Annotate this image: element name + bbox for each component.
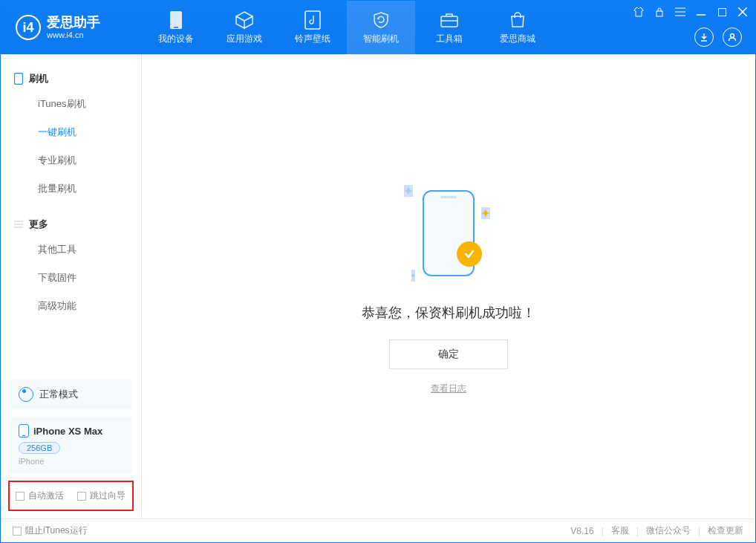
- device-box[interactable]: iPhone XS Max 256GB iPhone: [10, 417, 132, 473]
- sidebar-section-title: 刷机: [29, 72, 48, 85]
- nav-tab-label: 工具箱: [436, 33, 463, 45]
- sparkle-icon: •: [411, 270, 415, 282]
- app-window: i4 爱思助手 www.i4.cn 我的设备 应用游戏: [0, 0, 756, 543]
- separator: |: [602, 526, 604, 536]
- titlebar-controls: [633, 7, 748, 17]
- check-badge-icon: [457, 241, 482, 267]
- success-message: 恭喜您，保资料刷机成功啦！: [362, 304, 535, 322]
- tshirt-icon[interactable]: [633, 7, 644, 17]
- device-icon: [14, 73, 23, 85]
- download-icon[interactable]: [694, 27, 714, 47]
- svg-rect-3: [441, 16, 457, 27]
- nav-tab-ringtones[interactable]: 铃声壁纸: [278, 1, 347, 54]
- nav-tab-label: 爱思商城: [500, 33, 535, 45]
- header-right-icons: [694, 27, 742, 47]
- view-log-link[interactable]: 查看日志: [431, 383, 466, 395]
- svg-rect-14: [15, 74, 23, 85]
- svg-rect-1: [174, 27, 178, 28]
- device-line: iPhone XS Max: [19, 424, 123, 438]
- logo-area: i4 爱思助手 www.i4.cn: [1, 15, 142, 40]
- refresh-shield-icon: [371, 10, 391, 30]
- main-content: ✦ ✦ • 恭喜您，保资料刷机成功啦！ 确定 查看日志: [142, 54, 755, 518]
- bag-icon: [508, 10, 527, 30]
- checkbox-label: 自动激活: [28, 490, 64, 502]
- music-file-icon: [303, 10, 322, 30]
- sidebar-section-flash: 刷机: [1, 68, 141, 90]
- confirm-button[interactable]: 确定: [389, 339, 508, 369]
- sidebar-section-title: 更多: [29, 218, 48, 231]
- checkbox-icon: [13, 527, 22, 536]
- app-title: 爱思助手: [47, 16, 100, 30]
- nav-tab-store[interactable]: 爱思商城: [483, 1, 552, 54]
- mode-label: 正常模式: [39, 388, 78, 401]
- nav-tab-label: 铃声壁纸: [295, 33, 330, 45]
- checkbox-auto-activate[interactable]: 自动激活: [16, 490, 64, 502]
- sidebar-item-batch-flash[interactable]: 批量刷机: [1, 175, 141, 203]
- nav-tab-label: 我的设备: [158, 33, 194, 45]
- separator: |: [636, 526, 639, 536]
- footer-link-support[interactable]: 客服: [611, 524, 629, 537]
- checkbox-label: 阻止iTunes运行: [25, 524, 88, 537]
- mode-box[interactable]: 正常模式: [10, 380, 132, 409]
- nav-tabs: 我的设备 应用游戏 铃声壁纸 智能刷机: [142, 1, 552, 54]
- success-illustration: ✦ ✦ •: [382, 178, 515, 289]
- logo-icon: i4: [16, 15, 41, 40]
- nav-tab-my-device[interactable]: 我的设备: [142, 1, 210, 54]
- footer: 阻止iTunes运行 V8.16 | 客服 | 微信公众号 | 检查更新: [1, 518, 755, 542]
- nav-tab-apps[interactable]: 应用游戏: [210, 1, 278, 54]
- user-icon[interactable]: [723, 27, 742, 47]
- sidebar-item-other-tools[interactable]: 其他工具: [1, 235, 141, 264]
- nav-tab-flash[interactable]: 智能刷机: [347, 1, 415, 54]
- phone-small-icon: [19, 424, 29, 438]
- nav-tab-label: 应用游戏: [227, 33, 262, 45]
- checkbox-icon: [16, 492, 25, 501]
- sidebar-bottom: 正常模式 iPhone XS Max 256GB iPhone 自动激活: [1, 380, 141, 518]
- logo-text: 爱思助手 www.i4.cn: [47, 16, 100, 39]
- svg-rect-5: [656, 11, 662, 16]
- footer-right: V8.16 | 客服 | 微信公众号 | 检查更新: [570, 524, 743, 537]
- device-type: iPhone: [19, 457, 123, 466]
- sidebar-item-advanced[interactable]: 高级功能: [1, 292, 141, 320]
- sparkle-icon: ✦: [481, 207, 490, 219]
- sparkle-icon: ✦: [404, 185, 413, 197]
- sidebar-item-download-firmware[interactable]: 下载固件: [1, 264, 141, 292]
- header: i4 爱思助手 www.i4.cn 我的设备 应用游戏: [1, 1, 755, 54]
- checkbox-skip-wizard[interactable]: 跳过向导: [77, 490, 126, 502]
- svg-point-13: [731, 34, 734, 38]
- nav-tab-toolbox[interactable]: 工具箱: [415, 1, 483, 54]
- mode-icon: [19, 387, 33, 402]
- app-subtitle: www.i4.cn: [47, 30, 100, 39]
- sidebar: 刷机 iTunes刷机 一键刷机 专业刷机 批量刷机 更多 其他工具 下载固件 …: [1, 54, 142, 518]
- device-name: iPhone XS Max: [33, 426, 102, 437]
- svg-rect-10: [718, 8, 726, 16]
- footer-link-update[interactable]: 检查更新: [708, 524, 743, 537]
- cube-icon: [235, 10, 254, 30]
- highlighted-options-box: 自动激活 跳过向导: [8, 481, 134, 511]
- nav-tab-label: 智能刷机: [363, 33, 399, 45]
- checkbox-icon: [77, 492, 86, 501]
- version-label: V8.16: [570, 526, 593, 536]
- svg-rect-2: [305, 11, 320, 29]
- maximize-button[interactable]: [717, 7, 727, 17]
- toolbox-icon: [440, 10, 459, 30]
- separator: |: [698, 526, 700, 536]
- close-button[interactable]: [737, 7, 748, 17]
- footer-left: 阻止iTunes运行: [13, 524, 88, 537]
- list-icon: [14, 220, 23, 229]
- minimize-button[interactable]: [696, 7, 706, 17]
- sidebar-item-oneclick-flash[interactable]: 一键刷机: [1, 118, 141, 146]
- checkbox-label: 跳过向导: [90, 490, 126, 502]
- checkbox-block-itunes[interactable]: 阻止iTunes运行: [13, 524, 88, 537]
- body-area: 刷机 iTunes刷机 一键刷机 专业刷机 批量刷机 更多 其他工具 下载固件 …: [1, 54, 755, 518]
- sidebar-item-itunes-flash[interactable]: iTunes刷机: [1, 90, 141, 118]
- menu-icon[interactable]: [675, 7, 685, 17]
- sidebar-section-more: 更多: [1, 213, 141, 235]
- lock-icon[interactable]: [654, 7, 665, 17]
- storage-badge: 256GB: [19, 442, 60, 454]
- sidebar-item-pro-flash[interactable]: 专业刷机: [1, 146, 141, 175]
- phone-icon: [166, 10, 186, 30]
- footer-link-wechat[interactable]: 微信公众号: [646, 524, 691, 537]
- svg-rect-0: [170, 11, 182, 29]
